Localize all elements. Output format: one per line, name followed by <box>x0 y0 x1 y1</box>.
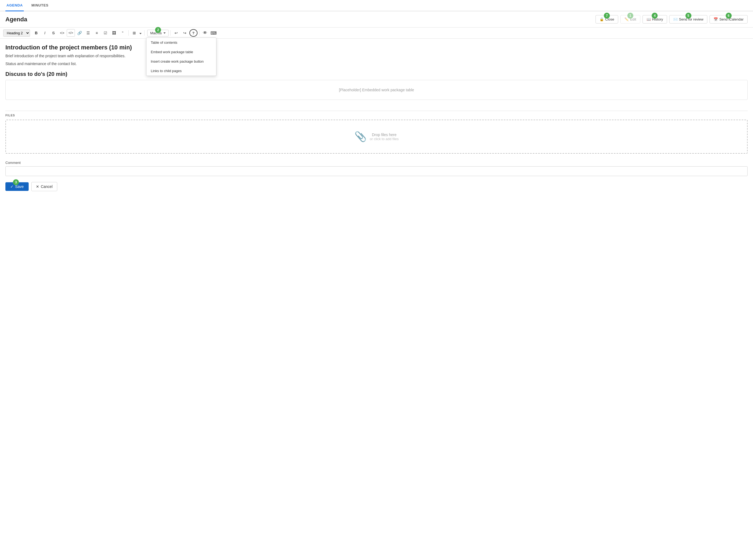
footer-buttons: 3 ✓ Save ✕ Cancel <box>0 179 753 195</box>
code-button[interactable]: <> <box>58 29 66 37</box>
content-paragraph1: Brief introduction of the project team w… <box>5 53 748 59</box>
content-heading1: Introduction of the project members (10 … <box>5 44 748 51</box>
drop-zone-text: Drop files here or click to add files <box>370 133 399 141</box>
strikethrough-button[interactable]: S <box>50 29 58 37</box>
toolbar-separator-4 <box>199 30 199 36</box>
macros-item-child-pages[interactable]: Links to child pages <box>147 66 216 76</box>
table-button[interactable]: ⊞ <box>130 29 138 37</box>
heading-select[interactable]: Paragraph Heading 1 Heading 2 Heading 3 … <box>3 29 30 37</box>
macros-item-embed-wp[interactable]: Embed work package table <box>147 47 216 57</box>
history-badge: 4 <box>652 13 658 19</box>
drop-text-sub: or click to add files <box>370 137 399 141</box>
toolbar-separator-3 <box>170 30 171 36</box>
drop-text-main: Drop files here <box>370 133 399 137</box>
toolbar-separator-1 <box>128 30 129 36</box>
save-badge: 3 <box>13 179 19 185</box>
edit-button: 1 ✏️ Edit <box>620 15 640 23</box>
drop-zone-inner: 📎 Drop files here or click to add files <box>354 131 399 142</box>
send-icalendar-icon: 📅 <box>714 17 718 21</box>
macros-dropdown: Table of contents Embed work package tab… <box>146 38 216 76</box>
history-icon: 📖 <box>646 17 651 21</box>
files-section: FILES 📎 Drop files here or click to add … <box>0 108 753 156</box>
ordered-list-button[interactable]: ≡ <box>93 29 101 37</box>
macros-chevron-icon <box>163 33 166 34</box>
cancel-button[interactable]: ✕ Cancel <box>31 182 57 191</box>
italic-button[interactable]: I <box>41 29 49 37</box>
send-icalendar-badge: 6 <box>726 13 732 19</box>
close-button[interactable]: 7 🔒 Close <box>596 15 618 23</box>
comment-label: Comment <box>5 161 748 165</box>
save-checkmark-icon: ✓ <box>10 184 14 189</box>
comment-section: Comment <box>0 156 753 179</box>
send-for-review-icon: ✉️ <box>673 17 678 21</box>
macros-wrapper: 2 Macros Table of contents Embed work pa… <box>146 30 169 37</box>
cancel-label: Cancel <box>41 184 53 189</box>
undo-button[interactable]: ↩ <box>172 29 180 37</box>
cancel-icon: ✕ <box>36 184 39 189</box>
comment-input[interactable] <box>5 166 748 176</box>
send-icalendar-label: Send iCalendar <box>719 17 744 21</box>
source-button[interactable]: ⌨ <box>210 29 218 37</box>
tab-bar: AGENDA MINUTES <box>0 0 753 11</box>
tab-agenda[interactable]: AGENDA <box>5 0 24 11</box>
toolbar-separator-2 <box>144 30 144 36</box>
file-drop-zone[interactable]: 📎 Drop files here or click to add files <box>5 120 748 154</box>
task-list-button[interactable]: ☑ <box>101 29 110 37</box>
preview-button[interactable]: 👁 <box>201 29 209 37</box>
help-button[interactable]: ? <box>189 29 197 37</box>
header-row: Agenda 7 🔒 Close 1 ✏️ Edit 4 📖 History 5… <box>0 11 753 27</box>
bullet-list-button[interactable]: ☰ <box>84 29 92 37</box>
redo-button[interactable]: ↪ <box>181 29 189 37</box>
close-badge: 7 <box>604 13 610 19</box>
content-heading2: Discuss to do's (20 min) <box>5 71 748 77</box>
embedded-work-package-placeholder: [Placeholder] Embedded work package tabl… <box>5 80 748 100</box>
send-icalendar-button[interactable]: 6 📅 Send iCalendar <box>710 15 748 23</box>
macros-item-create-wp[interactable]: Insert create work package button <box>147 57 216 66</box>
content-area: Introduction of the project members (10 … <box>0 39 753 108</box>
tab-minutes[interactable]: MINUTES <box>30 0 50 11</box>
inline-code-button[interactable]: </> <box>67 29 75 37</box>
send-for-review-label: Send for review <box>679 17 703 21</box>
image-button[interactable]: 🖼 <box>110 29 118 37</box>
content-paragraph2: Status and maintenance of the contact li… <box>5 61 748 67</box>
send-for-review-badge: 5 <box>686 13 691 19</box>
page-title: Agenda <box>5 16 593 23</box>
paperclip-icon: 📎 <box>354 131 367 142</box>
link-button[interactable]: 🔗 <box>75 29 83 37</box>
table-chevron <box>139 31 141 35</box>
files-label: FILES <box>5 111 748 117</box>
close-icon: 🔒 <box>600 17 604 21</box>
quote-button[interactable]: " <box>119 29 127 37</box>
save-button[interactable]: 3 ✓ Save <box>5 182 28 191</box>
history-button[interactable]: 4 📖 History <box>642 15 667 23</box>
edit-badge: 1 <box>628 13 633 19</box>
macros-button[interactable]: 2 Macros <box>147 30 169 37</box>
bold-button[interactable]: B <box>32 29 40 37</box>
macros-badge: 2 <box>155 27 161 33</box>
send-for-review-button[interactable]: 5 ✉️ Send for review <box>669 15 707 23</box>
macros-item-toc[interactable]: Table of contents <box>147 38 216 47</box>
toolbar: Paragraph Heading 1 Heading 2 Heading 3 … <box>0 27 753 39</box>
header-buttons: 7 🔒 Close 1 ✏️ Edit 4 📖 History 5 ✉️ Sen… <box>596 15 748 23</box>
